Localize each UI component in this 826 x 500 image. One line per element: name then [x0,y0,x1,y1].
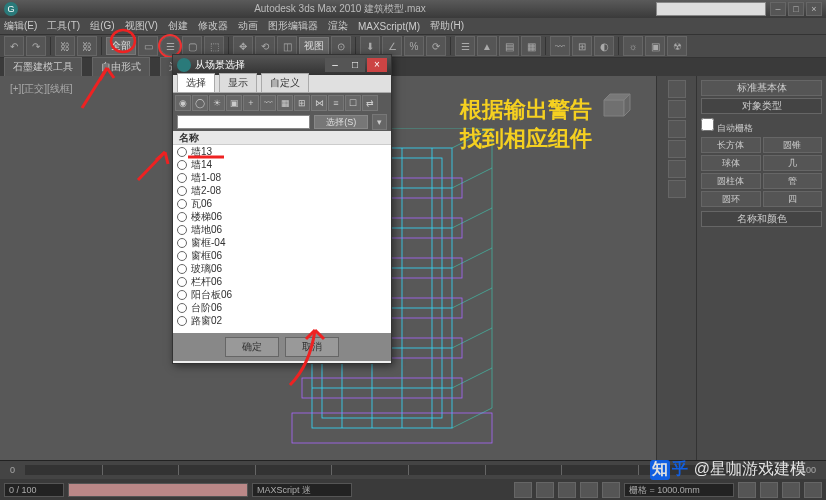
play-start-button[interactable] [514,482,532,498]
filter-camera-icon[interactable]: ▣ [226,95,242,111]
percent-snap-button[interactable]: % [404,36,424,56]
schematic-button[interactable]: ⊞ [572,36,592,56]
menu-help[interactable]: 帮助(H) [430,19,464,33]
display-all-icon[interactable]: ≡ [328,95,344,111]
maximize-viewport-button[interactable] [804,482,822,498]
display-tab-icon[interactable] [668,160,686,178]
filter-geometry-icon[interactable]: ◉ [175,95,191,111]
maximize-button[interactable]: □ [788,2,804,16]
select-by-name-button[interactable]: ☰ [160,36,180,56]
display-none-icon[interactable]: ☐ [345,95,361,111]
play-prev-button[interactable] [536,482,554,498]
menu-view[interactable]: 视图(V) [125,19,158,33]
tube-button[interactable]: 管 [763,173,823,189]
dialog-title-bar[interactable]: 从场景选择 – □ × [173,55,391,75]
dialog-list[interactable]: 墙13 墙14 墙1-08 墙2-08 瓦06 楼梯06 墙地06 窗框-04 … [173,145,391,333]
scale-button[interactable]: ◫ [277,36,297,56]
script-label: MAXScript 迷 [252,483,352,497]
menu-create[interactable]: 创建 [168,19,188,33]
cmd-category-dropdown[interactable]: 标准基本体 [701,80,822,96]
dialog-minimize-button[interactable]: – [325,58,345,72]
dialog-cancel-button[interactable]: 取消 [285,337,339,357]
filter-helper-icon[interactable]: + [243,95,259,111]
dialog-maximize-button[interactable]: □ [345,58,365,72]
dialog-tab-display[interactable]: 显示 [219,73,257,92]
align-button[interactable]: ▤ [499,36,519,56]
undo-button[interactable]: ↶ [4,36,24,56]
dialog-search-opt-icon[interactable]: ▾ [372,114,387,130]
close-button[interactable]: × [806,2,822,16]
named-sets-button[interactable]: ☰ [455,36,475,56]
dialog-tab-select[interactable]: 选择 [177,73,215,92]
pyramid-button[interactable]: 四 [763,191,823,207]
viewcube-icon[interactable] [594,88,634,128]
curve-editor-button[interactable]: 〰 [550,36,570,56]
link-button[interactable]: ⛓ [55,36,75,56]
sphere-button[interactable]: 球体 [701,155,761,171]
help-search-input[interactable] [656,2,766,16]
move-button[interactable]: ✥ [233,36,253,56]
dialog-search-input[interactable] [177,115,310,129]
mirror-button[interactable]: ▲ [477,36,497,56]
orbit-button[interactable] [782,482,800,498]
menu-animation[interactable]: 动画 [238,19,258,33]
create-tab-icon[interactable] [668,80,686,98]
menu-tools[interactable]: 工具(T) [47,19,80,33]
display-invert-icon[interactable]: ⇄ [362,95,378,111]
menu-group[interactable]: 组(G) [90,19,114,33]
rotate-button[interactable]: ⟲ [255,36,275,56]
redo-button[interactable]: ↷ [26,36,46,56]
utilities-tab-icon[interactable] [668,180,686,198]
window-crossing-button[interactable]: ⬚ [204,36,224,56]
filter-group-icon[interactable]: ▦ [277,95,293,111]
dialog-search-button[interactable]: 选择(S) [314,115,368,129]
tab-graphite[interactable]: 石墨建模工具 [4,57,82,77]
cylinder-button[interactable]: 圆柱体 [701,173,761,189]
script-listener[interactable] [68,483,248,497]
auto-grid-checkbox[interactable] [701,118,714,131]
minimize-button[interactable]: – [770,2,786,16]
pan-button[interactable] [760,482,778,498]
viewport-label[interactable]: [+][正交][线框] [10,82,73,96]
material-editor-button[interactable]: ◐ [594,36,614,56]
select-region-button[interactable]: ▢ [182,36,202,56]
filter-xref-icon[interactable]: ⊞ [294,95,310,111]
select-button[interactable]: ▭ [138,36,158,56]
play-next-button[interactable] [580,482,598,498]
dialog-list-header[interactable]: 名称 [173,131,391,145]
pivot-button[interactable]: ⊙ [331,36,351,56]
menu-graph[interactable]: 图形编辑器 [268,19,318,33]
filter-shape-icon[interactable]: ◯ [192,95,208,111]
snap-button[interactable]: ⬇ [360,36,380,56]
tab-freeform[interactable]: 自由形式 [92,57,150,77]
zoom-button[interactable] [738,482,756,498]
render-frame-button[interactable]: ▣ [645,36,665,56]
spinner-snap-button[interactable]: ⟳ [426,36,446,56]
motion-tab-icon[interactable] [668,140,686,158]
menu-maxscript[interactable]: MAXScript(M) [358,21,420,32]
hierarchy-tab-icon[interactable] [668,120,686,138]
menu-modifier[interactable]: 修改器 [198,19,228,33]
dialog-close-button[interactable]: × [367,58,387,72]
dialog-tab-custom[interactable]: 自定义 [261,73,309,92]
cone-button[interactable]: 圆锥 [763,137,823,153]
angle-snap-button[interactable]: ∠ [382,36,402,56]
modify-tab-icon[interactable] [668,100,686,118]
play-button[interactable] [558,482,576,498]
selection-filter-dropdown[interactable]: 全部 [106,37,136,55]
render-button[interactable]: ☢ [667,36,687,56]
filter-spacewarp-icon[interactable]: 〰 [260,95,276,111]
render-setup-button[interactable]: ☼ [623,36,643,56]
dialog-ok-button[interactable]: 确定 [225,337,279,357]
ref-coord-dropdown[interactable]: 视图 [299,37,329,55]
layers-button[interactable]: ▦ [521,36,541,56]
unlink-button[interactable]: ⛓ [77,36,97,56]
filter-bone-icon[interactable]: ⋈ [311,95,327,111]
filter-light-icon[interactable]: ☀ [209,95,225,111]
torus-button[interactable]: 圆环 [701,191,761,207]
box-button[interactable]: 长方体 [701,137,761,153]
menu-edit[interactable]: 编辑(E) [4,19,37,33]
play-end-button[interactable] [602,482,620,498]
geosphere-button[interactable]: 几 [763,155,823,171]
menu-render[interactable]: 渲染 [328,19,348,33]
